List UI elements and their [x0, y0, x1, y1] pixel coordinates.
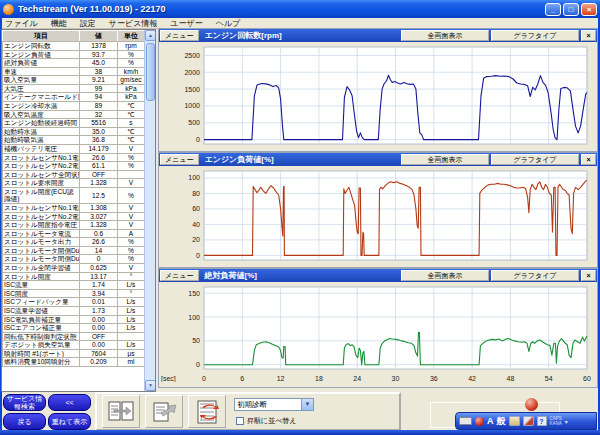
table-row[interactable]: スロットルモータ閉側Duty比0% [3, 255, 145, 264]
overlay-display-button[interactable]: 重ねて表示 [48, 413, 91, 430]
table-row[interactable]: スロットルセンサNo.1電圧比26.6% [3, 153, 145, 162]
table-row[interactable]: スロットルセンサNo.2電圧3.027V [3, 212, 145, 221]
menu-settings[interactable]: 設定 [80, 18, 96, 29]
table-row[interactable]: スロットル開度(ECU認識値)12.5% [3, 187, 145, 203]
column-header-unit[interactable]: 単位 [118, 31, 145, 42]
scrollbar-thumb[interactable] [146, 43, 155, 101]
table-row[interactable]: 始動時吸気温36.8℃ [3, 136, 145, 145]
table-row[interactable]: 始動時水温35.0℃ [3, 127, 145, 136]
ime-status-icon[interactable] [475, 417, 484, 426]
table-row[interactable]: エンジン回転数1378rpm [3, 42, 145, 51]
graph-type-button[interactable]: グラフタイプ [491, 270, 579, 281]
row-value: OFF [80, 332, 118, 341]
table-row[interactable]: ISC流量学習値1.73L/s [3, 306, 145, 315]
chart-close-icon[interactable]: × [581, 154, 596, 165]
table-row[interactable]: 絶対負荷値45.0% [3, 59, 145, 68]
fullscreen-button[interactable]: 全画面表示 [401, 154, 489, 165]
row-unit: kPa [118, 93, 145, 102]
column-header-item[interactable]: 項目 [3, 31, 80, 42]
table-row[interactable]: スロットル開度指令電圧1.328V [3, 221, 145, 230]
dropdown-arrow-icon[interactable]: ▼ [301, 399, 313, 410]
row-label: エンジン負荷値 [3, 50, 80, 59]
menu-help[interactable]: ヘルプ [216, 18, 241, 29]
keyboard-icon[interactable] [459, 417, 472, 425]
fullscreen-button[interactable]: 全画面表示 [401, 270, 489, 281]
table-row[interactable]: インテークマニホールド圧94kPa [3, 93, 145, 102]
chart-close-icon[interactable]: × [581, 30, 596, 41]
row-label: 吸入空気量 [3, 76, 80, 85]
graph-type-button[interactable]: グラフタイプ [491, 154, 579, 165]
menu-service-info[interactable]: サービス情報 [109, 18, 158, 29]
page-arrow-icon [151, 400, 177, 424]
chart-close-icon[interactable]: × [581, 270, 596, 281]
row-unit: L/s [118, 281, 145, 290]
ime-conversion-mode[interactable]: 般 [497, 413, 506, 429]
table-row[interactable]: ISCフィードバック量0.01L/s [3, 298, 145, 307]
scroll-down-icon[interactable]: ▼ [145, 380, 156, 391]
table-row[interactable]: 大気圧99kPa [3, 84, 145, 93]
row-value: 94 [80, 93, 118, 102]
chart-menu-button[interactable]: メニュー [160, 270, 199, 281]
table-row[interactable]: デポジット損失空気量0.00L/s [3, 341, 145, 350]
snapshot-button[interactable] [145, 395, 183, 428]
chart-menu-button[interactable]: メニュー [160, 154, 199, 165]
table-row[interactable]: ISC流量1.74L/s [3, 281, 145, 290]
table-row[interactable]: ISC開度3.94° [3, 289, 145, 298]
svg-text:18: 18 [315, 375, 323, 382]
menu-file[interactable]: ファイル [5, 18, 38, 29]
table-row[interactable]: スロットルモータ出力26.6% [3, 238, 145, 247]
table-row[interactable]: 回転低下時制御判定状態OFF [3, 332, 145, 341]
table-row[interactable]: ISCエアコン補正量0.00L/s [3, 324, 145, 333]
chart-menu-button[interactable]: メニュー [160, 30, 199, 41]
sort-ascending-checkbox[interactable] [236, 417, 244, 425]
column-header-value[interactable]: 値 [80, 31, 118, 42]
table-row[interactable]: 燃料消費量10回噴射分0.209ml [3, 358, 145, 367]
table-row[interactable]: スロットルモータ電流0.6A [3, 229, 145, 238]
graph-type-button[interactable]: グラフタイプ [491, 30, 579, 41]
svg-text:0: 0 [196, 252, 200, 259]
table-scrollbar[interactable]: ▲ ▼ [144, 30, 155, 391]
ime-options-chevron-icon[interactable]: ▾ [565, 418, 568, 425]
diagnosis-mode-dropdown[interactable]: 初期診断 ▼ [234, 398, 314, 411]
row-unit: rpm [118, 42, 145, 51]
table-row[interactable]: スロットル開度13.17° [3, 272, 145, 281]
row-unit: gm/sec [118, 76, 145, 85]
table-row[interactable]: スロットルセンサNo.2電圧比61.1% [3, 162, 145, 171]
back-button[interactable]: 戻る [3, 413, 46, 430]
ime-input-mode[interactable]: A [487, 413, 494, 429]
svg-text:1000: 1000 [184, 102, 200, 109]
row-unit: A [118, 229, 145, 238]
menu-user[interactable]: ユーザー [170, 18, 202, 29]
table-row[interactable]: エンジン始動後経過時間5516s [3, 119, 145, 128]
ime-help-icon[interactable]: ? [537, 416, 547, 426]
data-list-view-button[interactable] [102, 395, 140, 428]
table-row[interactable]: 補機バッテリ電圧14.179V [3, 144, 145, 153]
ime-tools-icon[interactable] [509, 416, 520, 426]
ime-pen-icon[interactable] [523, 416, 534, 426]
service-info-search-button[interactable]: サービス情報検索 [3, 394, 46, 411]
row-label: 始動時吸気温 [3, 136, 80, 145]
fullscreen-button[interactable]: 全画面表示 [401, 30, 489, 41]
collapse-button[interactable]: << [48, 394, 91, 411]
table-row[interactable]: 吸入空気量9.21gm/sec [3, 76, 145, 85]
table-row[interactable]: スロットルモータ開側Duty比14% [3, 246, 145, 255]
table-row[interactable]: エンジン冷却水温89℃ [3, 102, 145, 111]
title-bar[interactable]: Techstream (Ver 11.00.019) - 22170 _ □ × [0, 0, 600, 18]
chart-panel-rpm: メニュー エンジン回転数[rpm] 全画面表示 グラフタイプ × 0500100… [158, 28, 598, 152]
minimize-button[interactable]: _ [545, 3, 561, 16]
table-row[interactable]: エンジン負荷値93.7% [3, 50, 145, 59]
table-row[interactable]: スロットル要求開度1.328V [3, 179, 145, 188]
table-row[interactable]: 吸入空気温度32℃ [3, 110, 145, 119]
maximize-button[interactable]: □ [563, 3, 579, 16]
table-row[interactable]: 車速38km/h [3, 67, 145, 76]
table-row[interactable]: スロットル全閉学習値0.625V [3, 264, 145, 273]
table-row[interactable]: ISC電気負荷補正量0.00L/s [3, 315, 145, 324]
table-row[interactable]: スロットルセンサ全閉状態OFF [3, 170, 145, 179]
close-button[interactable]: × [581, 3, 597, 16]
refresh-list-button[interactable] [188, 395, 226, 428]
scroll-up-icon[interactable]: ▲ [145, 30, 156, 41]
table-row[interactable]: 噴射時間 #1(ポート)7604μs [3, 349, 145, 358]
row-label: 大気圧 [3, 84, 80, 93]
table-row[interactable]: スロットルセンサNo.1電圧1.308V [3, 203, 145, 212]
menu-function[interactable]: 機能 [51, 18, 67, 29]
